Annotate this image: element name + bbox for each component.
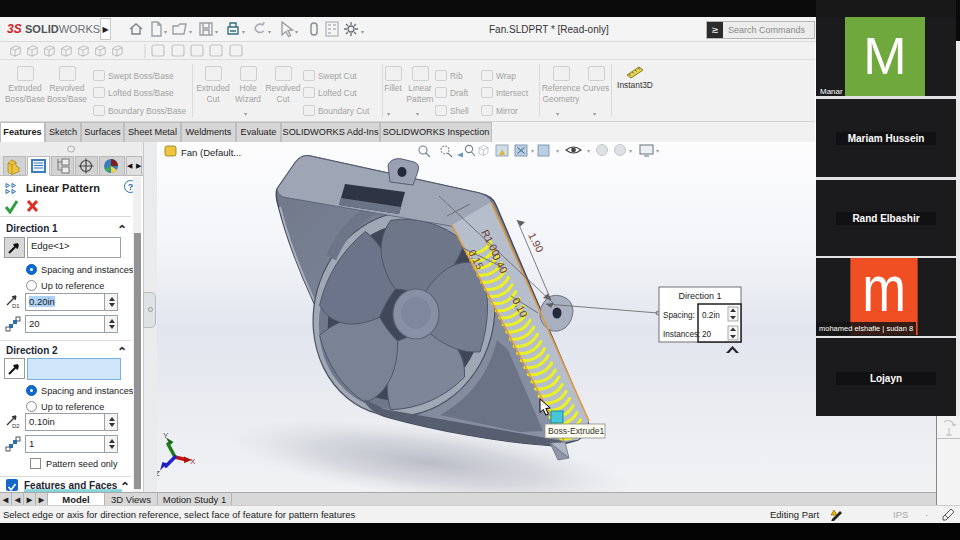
svg-text:▾: ▾ (629, 148, 632, 154)
svg-text:▾: ▾ (556, 148, 559, 154)
svg-text:0.2in: 0.2in (702, 311, 720, 320)
svg-text:X: X (190, 457, 196, 466)
svg-text:Z: Z (157, 469, 160, 478)
svg-text:Fan (Default...: Fan (Default... (181, 147, 241, 158)
svg-text:▾: ▾ (656, 148, 659, 154)
svg-text:20: 20 (702, 330, 712, 339)
svg-text:Y: Y (163, 431, 169, 440)
svg-text:Spacing:: Spacing: (663, 311, 695, 320)
svg-text:Direction 1: Direction 1 (678, 291, 721, 301)
svg-text:D1: D1 (12, 303, 20, 309)
svg-text:Instances:: Instances: (663, 330, 700, 339)
svg-text:Boss-Extrude1: Boss-Extrude1 (548, 426, 605, 436)
svg-text:▾: ▾ (587, 148, 590, 154)
svg-text:▾: ▾ (531, 148, 534, 154)
svg-text:D2: D2 (12, 423, 20, 429)
